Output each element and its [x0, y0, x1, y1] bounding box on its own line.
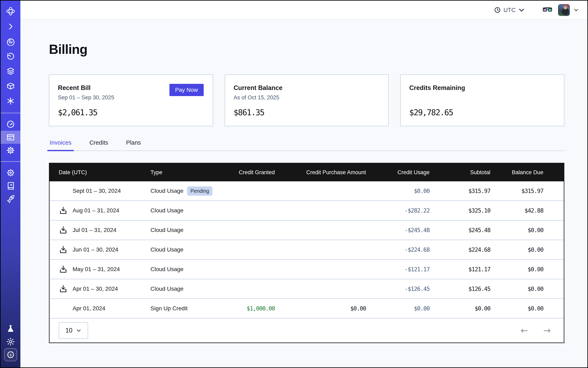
subtotal: $245.48 — [430, 227, 490, 234]
download-invoice-button[interactable] — [59, 284, 68, 293]
card-subtitle: As of Oct 15, 2025 — [234, 94, 380, 101]
summary-cards: Recent Bill Sep 01 – Sep 30, 2025 $2,061… — [49, 74, 564, 126]
column-header: Subtotal — [430, 169, 490, 176]
download-invoice-button[interactable] — [59, 226, 68, 235]
credit-usage: -$126.45 — [366, 285, 430, 292]
column-header: Credit Usage — [366, 169, 430, 176]
card-subtitle — [409, 94, 555, 101]
tab-plans[interactable]: Plans — [125, 139, 142, 151]
sidebar-divider — [1, 113, 20, 113]
table-row: Jun 01 – 30, 2024 Cloud Usage -$224.68 $… — [50, 240, 564, 260]
chevron-right-icon[interactable] — [1, 19, 20, 34]
page-size-select[interactable]: 10 — [59, 322, 88, 339]
invoice-date: Jul 01 – 31, 2024 — [72, 227, 117, 233]
invoice-type: Cloud Usage — [150, 285, 183, 292]
download-icon — [59, 284, 68, 293]
current-balance-amount: $861.35 — [234, 108, 380, 117]
column-header: Credit Purchase Amount — [275, 169, 366, 176]
tab-credits[interactable]: Credits — [89, 139, 109, 151]
dollar-badge-button[interactable]: $ — [4, 348, 17, 361]
invoice-date: May 01 – 31, 2024 — [72, 266, 120, 273]
subtotal: $126.45 — [430, 285, 490, 292]
subtotal: $224.68 — [430, 246, 490, 253]
table-header: Date (UTC) Type Credit Granted Credit Pu… — [50, 163, 564, 181]
billing-page: Billing Recent Bill Sep 01 – Sep 30, 202… — [20, 20, 587, 367]
sidebar: $ — [1, 1, 20, 367]
tab-invoices[interactable]: Invoices — [49, 139, 72, 151]
invoice-date: Aug 01 – 31, 2024 — [72, 207, 119, 214]
invoices-table: Date (UTC) Type Credit Granted Credit Pu… — [49, 163, 564, 343]
sidebar-spacer — [1, 205, 20, 322]
flask-icon[interactable] — [1, 322, 20, 335]
credit-usage: -$245.48 — [366, 227, 430, 234]
credit-usage: $0.00 — [366, 188, 430, 194]
invoice-type: Cloud Usage — [150, 207, 183, 214]
chevron-down-icon — [76, 328, 81, 333]
rocket-icon[interactable] — [1, 192, 20, 205]
credits-remaining-card: Credits Remaining $29,782.65 — [400, 74, 564, 126]
download-icon — [59, 206, 68, 215]
credit-usage: -$282.22 — [366, 207, 430, 214]
recent-bill-amount: $2,061.35 — [58, 108, 204, 117]
invoice-date: Apr 01 – 30, 2024 — [72, 285, 118, 292]
topbar: UTC — [20, 1, 587, 20]
table-row: May 01 – 31, 2024 Cloud Usage -$121.17 $… — [50, 260, 564, 279]
credit-granted: $1,000.00 — [226, 305, 275, 312]
credits-remaining-amount: $29,782.65 — [409, 108, 555, 117]
balance-due: $42.88 — [490, 207, 564, 214]
table-footer: 10 ← → — [50, 318, 564, 342]
download-invoice-button[interactable] — [59, 265, 68, 274]
table-row: Apr 01, 2024 Sign Up Credit $1,000.00 $0… — [50, 299, 564, 318]
glasses-icon[interactable] — [543, 7, 552, 13]
gauge-icon[interactable] — [1, 118, 20, 131]
status-badge: Pending — [187, 186, 212, 196]
balance-due: $0.00 — [490, 246, 564, 253]
column-header: Balance Due — [490, 169, 564, 176]
gear-icon[interactable] — [1, 144, 20, 157]
download-invoice-button[interactable] — [59, 245, 68, 254]
credit-usage: -$224.68 — [366, 246, 430, 253]
sun-icon[interactable] — [1, 335, 20, 348]
invoice-date: Sept 01 – 30, 2024 — [72, 188, 121, 194]
invoice-type: Cloud Usage — [150, 188, 183, 194]
svg-text:$: $ — [9, 353, 12, 357]
subtotal: $325.10 — [430, 207, 490, 214]
download-icon — [59, 265, 68, 274]
pay-now-button[interactable]: Pay Now — [169, 84, 204, 96]
cube-icon[interactable] — [1, 79, 20, 93]
next-page-arrow-icon[interactable]: → — [543, 326, 551, 335]
credit-usage: -$121.17 — [366, 266, 430, 273]
balance-due: $0.00 — [490, 285, 564, 292]
logo-orbit-icon[interactable] — [1, 3, 20, 19]
spiral-eye-icon[interactable] — [1, 34, 20, 49]
helm-icon[interactable] — [1, 166, 20, 179]
download-icon — [59, 226, 68, 235]
invoice-type: Cloud Usage — [150, 246, 183, 253]
card-title: Credits Remaining — [409, 84, 555, 92]
asterisk-icon[interactable] — [1, 93, 20, 108]
billing-card-icon[interactable] — [1, 131, 20, 144]
main-area: UTC Billing Recent Bill Sep 01 – Sep 30,… — [20, 1, 587, 367]
credit-usage: $0.00 — [366, 305, 430, 312]
chevron-down-icon[interactable] — [573, 7, 579, 13]
page-title: Billing — [49, 42, 564, 57]
column-header: Type — [150, 169, 226, 176]
page-size-value: 10 — [65, 327, 72, 334]
previous-page-arrow-icon[interactable]: ← — [521, 326, 528, 335]
pager: ← → — [521, 326, 551, 335]
table-row: Apr 01 – 30, 2024 Cloud Usage -$126.45 $… — [50, 279, 564, 299]
timezone-selector[interactable]: UTC — [494, 7, 525, 13]
column-header: Date (UTC) — [50, 169, 150, 176]
download-invoice-button[interactable] — [59, 206, 68, 215]
user-avatar[interactable] — [558, 4, 570, 16]
invoice-type: Cloud Usage — [150, 266, 183, 273]
balance-due: $0.00 — [490, 266, 564, 273]
clock-icon — [494, 7, 501, 13]
timer-icon[interactable] — [1, 49, 20, 64]
invoice-date: Jun 01 – 30, 2024 — [72, 246, 118, 253]
table-row: Aug 01 – 31, 2024 Cloud Usage -$282.22 $… — [50, 201, 564, 221]
chevron-down-icon — [518, 7, 525, 13]
book-sparkle-icon[interactable] — [1, 179, 20, 192]
layers-icon[interactable] — [1, 64, 20, 79]
subtotal: $0.00 — [430, 305, 490, 312]
